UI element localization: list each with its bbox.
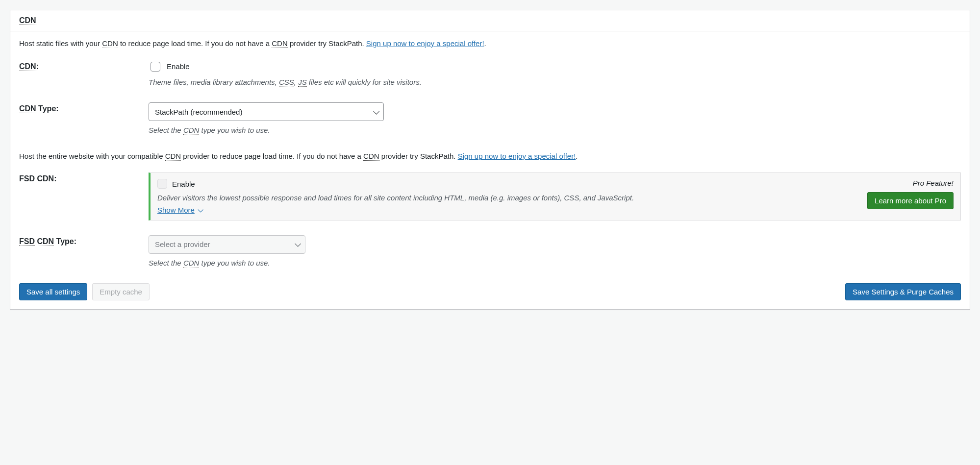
cdn-abbr: CDN — [19, 16, 36, 25]
chevron-down-icon — [198, 206, 201, 214]
cdn-type-select[interactable]: StackPath (recommended) — [149, 102, 384, 121]
cdn-type-desc: Select the CDN type you wish to use. — [149, 125, 961, 136]
show-more-link[interactable]: Show More — [157, 206, 201, 214]
panel-header: CDN — [10, 10, 970, 31]
pro-feature-box: Enable Deliver visitors the lowest possi… — [149, 172, 961, 220]
signup-link-1[interactable]: Sign up now to enjoy a special offer! — [366, 39, 484, 48]
cdn-settings-panel: CDN Host static files with your CDN to r… — [10, 10, 970, 310]
footer-actions: Save all settings Empty cache Save Setti… — [19, 283, 961, 300]
fsd-type-desc: Select the CDN type you wish to use. — [149, 258, 961, 269]
label-fsd-cdn-type: FSD CDN Type: — [19, 235, 149, 246]
row-fsd-cdn: FSD CDN: Enable Deliver visitors the low… — [19, 172, 961, 220]
row-fsd-cdn-type: FSD CDN Type: Select a provider Select t… — [19, 235, 961, 269]
pro-feature-label: Pro Feature! — [855, 179, 954, 187]
empty-cache-button: Empty cache — [92, 283, 150, 300]
cdn-enable-label: Enable — [167, 62, 190, 71]
chevron-down-icon — [295, 240, 299, 248]
cdn-enable-checkbox[interactable] — [151, 62, 160, 72]
label-fsd-cdn: FSD CDN: — [19, 172, 149, 183]
intro-full-site: Host the entire website with your compat… — [19, 151, 961, 162]
label-cdn-type: CDN Type: — [19, 102, 149, 113]
fsd-type-select: Select a provider — [149, 235, 305, 254]
fsd-enable-checkbox — [157, 179, 167, 189]
fsd-type-placeholder: Select a provider — [155, 240, 210, 248]
intro-static-files: Host static files with your CDN to reduc… — [19, 38, 961, 49]
fsd-enable-desc: Deliver visitors the lowest possible res… — [157, 193, 855, 204]
cdn-enable-desc: Theme files, media library attachments, … — [149, 77, 961, 88]
chevron-down-icon — [373, 108, 377, 116]
row-cdn-type: CDN Type: StackPath (recommended) Select… — [19, 102, 961, 136]
fsd-enable-label: Enable — [172, 180, 195, 188]
signup-link-2[interactable]: Sign up now to enjoy a special offer! — [458, 152, 576, 160]
learn-more-pro-button[interactable]: Learn more about Pro — [867, 192, 954, 209]
save-all-button[interactable]: Save all settings — [19, 283, 87, 300]
save-purge-button[interactable]: Save Settings & Purge Caches — [845, 283, 961, 300]
row-cdn-enable: CDN: Enable Theme files, media library a… — [19, 60, 961, 88]
panel-title: CDN — [19, 16, 961, 25]
label-cdn: CDN: — [19, 60, 149, 71]
cdn-type-selected: StackPath (recommended) — [155, 108, 242, 116]
panel-body: Host static files with your CDN to reduc… — [10, 31, 970, 309]
